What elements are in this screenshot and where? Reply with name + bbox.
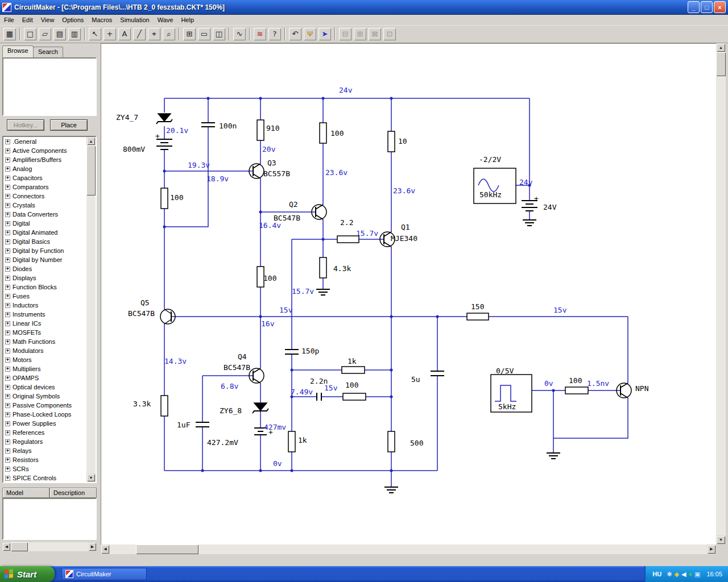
- expand-plus-icon[interactable]: +: [5, 176, 10, 181]
- scroll-right-button[interactable]: ▶: [88, 542, 97, 551]
- menu-view[interactable]: View: [37, 15, 59, 24]
- tray-antivirus-icon[interactable]: ●: [688, 571, 692, 577]
- scroll-down-button[interactable]: ▼: [716, 535, 726, 544]
- schematic-label[interactable]: 23.6v: [393, 187, 415, 195]
- expand-plus-icon[interactable]: +: [5, 212, 10, 217]
- expand-plus-icon[interactable]: +: [5, 139, 10, 144]
- circuitmaker-task-button[interactable]: CircuitMaker: [61, 568, 147, 580]
- scroll-thumb[interactable]: [716, 52, 726, 76]
- zoom-page-icon[interactable]: ⊞: [183, 27, 196, 41]
- expand-plus-icon[interactable]: +: [5, 421, 10, 426]
- menu-macros[interactable]: Macros: [88, 15, 116, 24]
- expand-plus-icon[interactable]: +: [5, 403, 10, 408]
- tree-item-digital-by-function[interactable]: +Digital by Function: [3, 246, 86, 255]
- tree-item-instruments[interactable]: +Instruments: [3, 310, 86, 319]
- expand-plus-icon[interactable]: +: [5, 221, 10, 226]
- tray-network-icon[interactable]: ▣: [694, 571, 700, 577]
- schematic-label[interactable]: 1uF: [177, 421, 190, 429]
- schematic-label[interactable]: 1k: [298, 436, 307, 444]
- schematic-label[interactable]: -2/2V: [479, 156, 501, 164]
- schematic-label[interactable]: 0v: [273, 460, 282, 468]
- multimeter-probe-icon[interactable]: Ψ: [303, 27, 317, 41]
- expand-plus-icon[interactable]: +: [5, 294, 10, 299]
- schematic-label[interactable]: 50kHz: [479, 191, 502, 199]
- schematic-label[interactable]: 800mV: [123, 146, 145, 153]
- schematic-label[interactable]: 100: [263, 275, 276, 282]
- tree-item-modulators[interactable]: +Modulators: [3, 346, 86, 355]
- schematic-label[interactable]: 100: [330, 130, 344, 138]
- tree-item-displays[interactable]: +Displays: [3, 273, 86, 282]
- tree-item-capacitors[interactable]: +Capacitors: [3, 173, 86, 182]
- menu-wave[interactable]: Wave: [154, 15, 177, 24]
- expand-plus-icon[interactable]: +: [5, 276, 10, 281]
- scroll-thumb[interactable]: [136, 544, 198, 554]
- schematic-label[interactable]: NPN: [635, 385, 648, 393]
- canvas-hscrollbar[interactable]: ◀ ▶: [101, 544, 716, 554]
- schematic-label[interactable]: 16v: [261, 320, 274, 328]
- schematic-label[interactable]: Q5: [140, 299, 150, 307]
- schematic-label[interactable]: 150p: [301, 347, 319, 355]
- tree-item-relays[interactable]: +Relays: [3, 446, 86, 455]
- expand-plus-icon[interactable]: +: [5, 330, 10, 335]
- tree-item-regulators[interactable]: +Regulators: [3, 437, 86, 446]
- schematic-label[interactable]: 7.49v: [291, 388, 313, 396]
- tree-item-analog[interactable]: +Analog: [3, 164, 86, 173]
- expand-plus-icon[interactable]: +: [5, 476, 10, 481]
- tray-update-icon[interactable]: ◆: [674, 571, 679, 577]
- expand-plus-icon[interactable]: +: [5, 167, 10, 172]
- scroll-thumb[interactable]: [86, 146, 96, 196]
- canvas-vscrollbar[interactable]: ▲ ▼: [716, 43, 726, 544]
- restore-button[interactable]: □: [701, 1, 713, 13]
- tree-item-phase-locked-loops[interactable]: +Phase-Locked Loops: [3, 410, 86, 419]
- menu-options[interactable]: Options: [58, 15, 88, 24]
- close-button[interactable]: ×: [714, 1, 726, 13]
- schematic-label[interactable]: BC557B: [263, 170, 290, 178]
- tree-item-linear-ics[interactable]: +Linear ICs: [3, 319, 86, 328]
- probe-tool-icon[interactable]: ⌖: [147, 27, 161, 41]
- schematic-label[interactable]: 16.4v: [259, 222, 281, 230]
- add-part-icon[interactable]: +: [103, 27, 117, 41]
- tree-item-multipliers[interactable]: +Multipliers: [3, 364, 86, 373]
- schematic-label[interactable]: 100n: [219, 122, 237, 130]
- split-view-icon[interactable]: ◫: [212, 27, 226, 41]
- tree-item-digital-by-number[interactable]: +Digital by Number: [3, 255, 86, 264]
- tree-item-spice-controls[interactable]: +SPICE Controls: [3, 473, 86, 483]
- tree-item-digital[interactable]: +Digital: [3, 219, 86, 228]
- tree-item-general[interactable]: +.General: [3, 137, 86, 146]
- print-icon[interactable]: ▥: [68, 27, 81, 41]
- schematic-label[interactable]: 100: [345, 381, 358, 389]
- expand-plus-icon[interactable]: +: [5, 203, 10, 208]
- schematic-label[interactable]: BC547B: [224, 364, 250, 372]
- tree-item-opamps[interactable]: +OPAMPS: [3, 373, 86, 383]
- schematic-label[interactable]: Q3: [267, 159, 276, 167]
- schematic-label[interactable]: 24v: [339, 86, 352, 94]
- schematic-label[interactable]: 19.3v: [188, 161, 210, 169]
- menu-edit[interactable]: Edit: [18, 15, 37, 24]
- schematic-label[interactable]: 14.3v: [164, 357, 187, 365]
- tab-browse[interactable]: Browse: [2, 45, 34, 57]
- page-view-icon[interactable]: ▭: [197, 27, 211, 41]
- schematic-label[interactable]: 6.8v: [221, 383, 238, 390]
- expand-plus-icon[interactable]: +: [5, 339, 10, 344]
- schematic-label[interactable]: 15v: [279, 306, 292, 314]
- schematic-label[interactable]: 15v: [324, 384, 337, 392]
- tree-item-data-converters[interactable]: +Data Converters: [3, 210, 86, 219]
- run-probe-icon[interactable]: ➤: [318, 27, 332, 41]
- expand-plus-icon[interactable]: +: [5, 312, 10, 317]
- schematic-canvas[interactable]: ZY4_7800mV+100n91010010Q3BC557B100Q2BC54…: [101, 43, 716, 544]
- schematic-label[interactable]: ZY6_8: [220, 407, 242, 415]
- menu-help[interactable]: Help: [177, 15, 198, 24]
- text-tool-icon[interactable]: A: [118, 27, 131, 41]
- tree-item-original-symbols[interactable]: +Original Symbols: [3, 392, 86, 401]
- scroll-up-button[interactable]: ▲: [716, 43, 726, 52]
- parts-browser-icon[interactable]: ▦: [3, 27, 16, 41]
- zoom-tool-icon[interactable]: ⌕: [162, 27, 176, 41]
- menu-simulation[interactable]: Simulation: [116, 15, 153, 24]
- wire-tool-icon[interactable]: ╱: [133, 27, 146, 41]
- expand-plus-icon[interactable]: +: [5, 148, 10, 153]
- schematic-label[interactable]: 500: [410, 439, 423, 447]
- schematic-label[interactable]: Q1: [401, 223, 410, 231]
- place-button[interactable]: Place: [50, 119, 88, 131]
- expand-plus-icon[interactable]: +: [5, 348, 10, 354]
- schematic-label[interactable]: 100: [170, 194, 183, 202]
